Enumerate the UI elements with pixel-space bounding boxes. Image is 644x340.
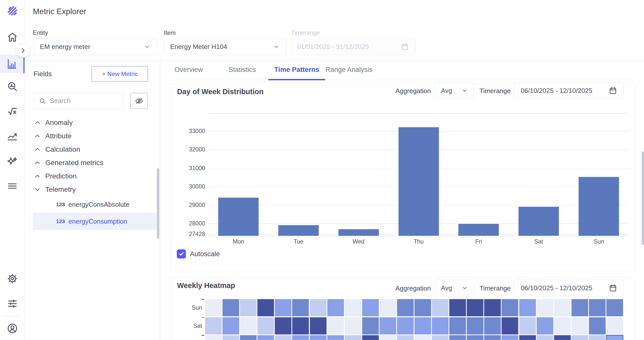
entity-select[interactable]: EM energy meter (34, 38, 157, 55)
heatmap-cell[interactable] (502, 317, 518, 334)
tab-statistics[interactable]: Statistics (229, 66, 256, 74)
heatmap-cell[interactable] (589, 299, 606, 316)
heatmap-cell[interactable] (345, 317, 361, 334)
heatmap-cell[interactable] (327, 335, 344, 340)
heatmap-cell[interactable] (327, 299, 344, 316)
heatmap-cell[interactable] (414, 317, 431, 334)
heatmap-cell[interactable] (432, 317, 449, 334)
heatmap-cell[interactable] (362, 335, 379, 340)
heatmap-cell[interactable] (380, 317, 396, 334)
bar-tue[interactable] (278, 225, 319, 236)
heatmap-cell[interactable] (222, 317, 239, 334)
heatmap-cell[interactable] (222, 299, 239, 316)
heatmap-cell-selected[interactable] (606, 335, 623, 340)
heatmap-cell[interactable] (484, 317, 501, 334)
heatmap-cell[interactable] (432, 299, 449, 316)
heatmap-cell[interactable] (519, 335, 536, 340)
heatmap-cell[interactable] (310, 335, 327, 340)
heatmap-cell[interactable] (345, 335, 361, 340)
heatmap-cell[interactable] (537, 317, 553, 334)
heatmap-cell[interactable] (502, 299, 518, 316)
heatmap-cell[interactable] (572, 335, 588, 340)
tree-group-generated-metrics[interactable]: Generated metrics (24, 156, 160, 169)
search-input[interactable] (50, 93, 123, 108)
heatmap-cell[interactable] (205, 299, 222, 316)
heatmap-cell[interactable] (484, 299, 501, 316)
heatmap-cell[interactable] (257, 335, 274, 340)
heatmap-cell[interactable] (257, 317, 274, 334)
heatmap-cell[interactable] (572, 299, 588, 316)
heatmap-cell[interactable] (240, 335, 257, 340)
tree-group-prediction[interactable]: Prediction (24, 169, 160, 183)
sidebar-item-settings[interactable] (0, 269, 24, 288)
tab-range-analysis[interactable]: Range Analysis (326, 66, 373, 74)
heatmap-cell[interactable] (449, 335, 466, 340)
heatmap-cell[interactable] (554, 317, 571, 334)
heatmap-cell[interactable] (467, 299, 483, 316)
tree-item-energyConsAbsolute[interactable]: 123energyConsAbsolute (33, 196, 157, 213)
heatmap-cell[interactable] (205, 335, 222, 340)
heatmap-cell[interactable] (449, 299, 466, 316)
sidebar-item-formula[interactable] (0, 102, 24, 121)
heatmap-cell[interactable] (257, 299, 274, 316)
bar-sat[interactable] (518, 207, 559, 236)
sidebar-item-bar-chart[interactable] (0, 55, 24, 73)
heatmap-cell[interactable] (606, 317, 623, 334)
new-metric-button[interactable]: + New Metric (92, 66, 148, 82)
bar-mon[interactable] (218, 198, 259, 236)
tree-group-anomaly[interactable]: Anomaly (24, 116, 160, 129)
heatmap-cell[interactable] (275, 317, 291, 334)
heatmap-cell[interactable] (554, 299, 571, 316)
heatmap-cell[interactable] (414, 299, 431, 316)
heatmap-cell[interactable] (292, 335, 309, 340)
window-scrollbar[interactable] (642, 151, 644, 245)
heatmap-cell[interactable] (537, 299, 553, 316)
heatmap-cell[interactable] (327, 317, 344, 334)
heatmap-cell[interactable] (572, 317, 588, 334)
tab-time-patterns[interactable]: Time Patterns (274, 66, 319, 74)
heatmap-cell[interactable] (310, 317, 327, 334)
heatmap-cell[interactable] (310, 299, 327, 316)
heatmap-cell[interactable] (240, 299, 257, 316)
heatmap-cell[interactable] (275, 335, 291, 340)
sidebar-item-user[interactable] (0, 319, 24, 338)
bar-thu[interactable] (399, 127, 439, 236)
heatmap-cell[interactable] (397, 335, 414, 340)
heatmap-cell[interactable] (240, 317, 257, 334)
heatmap-cell[interactable] (380, 335, 396, 340)
tree-item-energyConsumption[interactable]: 123energyConsumption (33, 213, 157, 230)
heatmap-cell[interactable] (292, 299, 309, 316)
item-select[interactable]: Energy Meter H104 (164, 38, 286, 55)
sidebar-item-menu[interactable] (0, 177, 24, 195)
heatmap-cell[interactable] (589, 317, 606, 334)
sidebar-expand-button[interactable] (16, 43, 30, 58)
heatmap-cell[interactable] (275, 299, 291, 316)
bar-wed[interactable] (338, 229, 379, 236)
heatmap-cell[interactable] (467, 335, 483, 340)
heatmap-cell[interactable] (362, 299, 379, 316)
heatmap-cell[interactable] (519, 317, 536, 334)
aggregation-select[interactable]: Avg (435, 82, 474, 99)
heatmap-cell[interactable] (397, 317, 414, 334)
heatmap-cell[interactable] (205, 317, 222, 334)
tab-overview[interactable]: Overview (175, 66, 203, 74)
sidebar-item-search-insights[interactable] (0, 77, 24, 96)
heatmap-cell[interactable] (449, 317, 466, 334)
heatmap-cell[interactable] (362, 317, 379, 334)
heatmap-cell[interactable] (554, 335, 571, 340)
sidebar-item-trend[interactable] (0, 126, 24, 145)
heatmap-cell[interactable] (397, 299, 414, 316)
tree-group-attribute[interactable]: Attribute (24, 129, 160, 143)
heatmap-cell[interactable] (502, 335, 518, 340)
heatmap-cell[interactable] (484, 335, 501, 340)
aggregation-select[interactable]: Avg (435, 280, 474, 296)
sidebar-item-sparkles[interactable] (0, 152, 24, 171)
heatmap-cell[interactable] (606, 299, 623, 316)
heatmap-cell[interactable] (292, 317, 309, 334)
heatmap-cell[interactable] (467, 317, 483, 334)
heatmap-cell[interactable] (432, 335, 449, 340)
heatmap-cell[interactable] (222, 335, 239, 340)
bar-fri[interactable] (458, 224, 499, 236)
tree-group-telemetry[interactable]: Telemetry (24, 183, 160, 196)
toggle-hidden-fields-button[interactable] (130, 93, 148, 109)
